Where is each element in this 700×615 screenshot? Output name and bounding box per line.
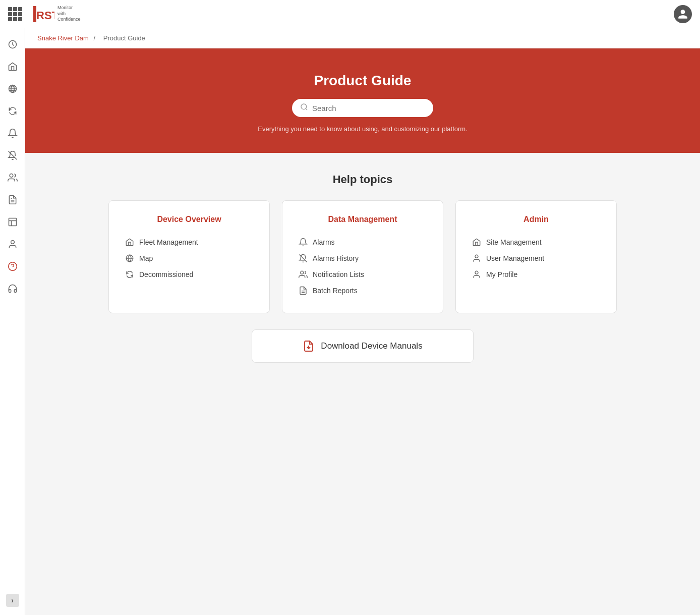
sidebar: › [0, 28, 25, 615]
sidebar-item-refresh[interactable] [3, 101, 23, 121]
breadcrumb-current: Product Guide [103, 34, 145, 42]
search-icon [300, 103, 308, 113]
sidebar-item-clock[interactable] [3, 34, 23, 54]
sidebar-item-users[interactable] [3, 167, 23, 188]
hero-section: Product Guide Everything you need to kno… [25, 48, 700, 153]
card-item-alarms-history[interactable]: Alarms History [299, 250, 427, 266]
card-item-site-management[interactable]: Site Management [472, 234, 600, 250]
card-item-map[interactable]: Map [125, 250, 253, 266]
sidebar-item-building[interactable] [3, 212, 23, 232]
svg-point-12 [301, 271, 304, 274]
card-admin-title: Admin [472, 215, 600, 224]
card-item-alarms[interactable]: Alarms [299, 234, 427, 250]
svg-point-15 [475, 255, 478, 258]
user-avatar-button[interactable] [674, 5, 692, 23]
svg-text:RST: RST [36, 9, 54, 22]
card-item-fleet-management[interactable]: Fleet Management [125, 234, 253, 250]
breadcrumb-parent-link[interactable]: Snake River Dam [37, 34, 89, 42]
hero-title: Product Guide [37, 73, 688, 89]
help-topics-section: Help topics Device Overview Fleet Manage… [25, 153, 700, 383]
download-manuals-icon [303, 340, 315, 352]
card-item-notification-lists[interactable]: Notification Lists [299, 266, 427, 283]
top-nav: RST MonitorwithConfidence [0, 0, 700, 28]
card-item-decommissioned[interactable]: Decommissioned [125, 266, 253, 283]
card-device-overview: Device Overview Fleet Management [108, 200, 270, 313]
sidebar-item-globe[interactable] [3, 79, 23, 99]
svg-point-8 [11, 241, 14, 244]
search-input[interactable] [312, 104, 425, 113]
top-nav-left: RST MonitorwithConfidence [8, 4, 81, 24]
sidebar-item-bell-off[interactable] [3, 145, 23, 165]
apps-grid-icon[interactable] [8, 7, 22, 21]
svg-rect-7 [9, 218, 16, 226]
cards-row: Device Overview Fleet Management [49, 200, 676, 313]
breadcrumb: Snake River Dam / Product Guide [25, 28, 700, 48]
card-data-management: Data Management Alarms Alarms History [282, 200, 443, 313]
download-device-manuals-button[interactable]: Download Device Manuals [252, 329, 474, 363]
download-section: Download Device Manuals [49, 329, 676, 363]
content-area: Snake River Dam / Product Guide Product … [25, 28, 700, 615]
svg-point-9 [8, 262, 17, 271]
svg-point-16 [475, 271, 478, 274]
main-layout: › Snake River Dam / Product Guide Produc… [0, 28, 700, 615]
svg-point-10 [301, 104, 307, 109]
sidebar-item-headset[interactable] [3, 278, 23, 299]
card-data-management-title: Data Management [299, 215, 427, 224]
svg-point-4 [10, 174, 13, 178]
hero-subtitle: Everything you need to know about using,… [37, 125, 688, 133]
breadcrumb-separator: / [94, 34, 96, 42]
search-bar [292, 99, 433, 117]
sidebar-item-home[interactable] [3, 57, 23, 77]
card-device-overview-title: Device Overview [125, 215, 253, 224]
sidebar-item-help[interactable] [3, 256, 23, 276]
card-item-user-management[interactable]: User Management [472, 250, 600, 266]
logo-tagline: MonitorwithConfidence [57, 5, 81, 23]
logo: RST MonitorwithConfidence [28, 4, 81, 24]
sidebar-item-bell[interactable] [3, 123, 23, 143]
sidebar-expand-button[interactable]: › [6, 594, 19, 607]
download-manuals-label: Download Device Manuals [321, 341, 422, 351]
sidebar-item-user[interactable] [3, 234, 23, 254]
help-topics-title: Help topics [49, 173, 676, 186]
sidebar-item-report[interactable] [3, 190, 23, 210]
card-item-my-profile[interactable]: My Profile [472, 266, 600, 283]
card-item-batch-reports[interactable]: Batch Reports [299, 283, 427, 299]
card-admin: Admin Site Management User Mana [455, 200, 617, 313]
logo-image: RST [28, 4, 54, 24]
